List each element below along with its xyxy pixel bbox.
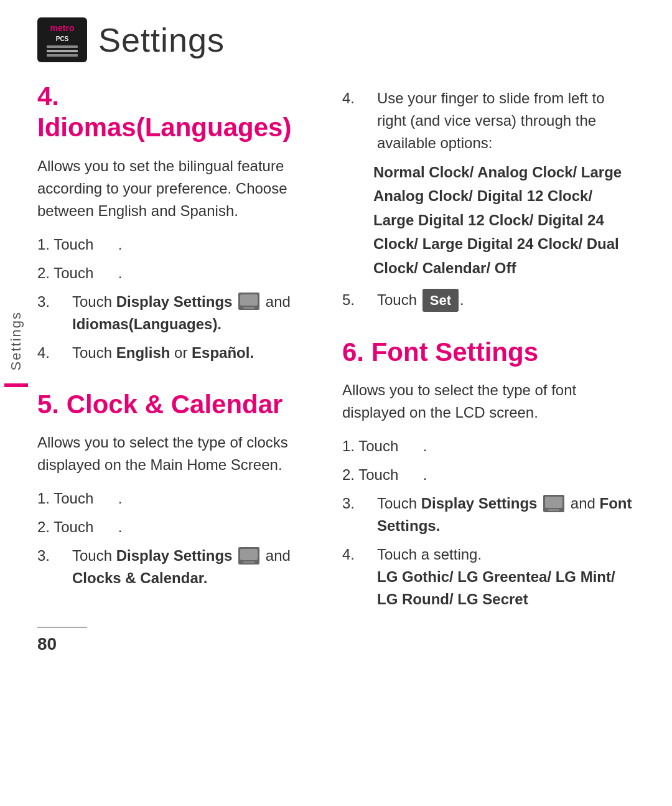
step-number: 1. Touch xyxy=(342,435,398,457)
touch-dot-2: . xyxy=(97,262,122,284)
step-number: 3. xyxy=(342,492,373,515)
main-content: 4. Idiomas(Languages) Allows you to set … xyxy=(0,68,672,679)
section-6-body: Allows you to select the type of font di… xyxy=(342,379,635,424)
sidebar-tab: Settings xyxy=(0,311,32,622)
clock-options-text: Normal Clock/ Analog Clock/ Large Analog… xyxy=(373,161,635,280)
touch-dot-3: . xyxy=(97,487,122,510)
metro-logo: metro PCS xyxy=(37,17,87,62)
section-5-heading: 5. Clock & Calendar xyxy=(37,389,305,420)
step-number: 4. xyxy=(342,87,373,110)
step-content: Touch Display Settings and Clocks & Cale… xyxy=(72,545,305,589)
idiomas-label: Idiomas(Languages). xyxy=(72,316,222,332)
section-6-step-1: 1. Touch . xyxy=(342,435,635,457)
svg-rect-4 xyxy=(240,549,258,560)
step-content: Touch Display Settings and Idiomas(Langu… xyxy=(72,291,305,335)
step-number: 1. Touch xyxy=(37,233,93,256)
step-number: 3. xyxy=(37,291,68,313)
step-number: 5. xyxy=(342,289,373,311)
step-content: Touch Display Settings and Font Settings… xyxy=(377,492,635,537)
page-number-area: 80 xyxy=(37,627,305,654)
section-4-step-4-right: 4. Use your finger to slide from left to… xyxy=(342,87,635,154)
section-4-step-5: 5. Touch Set. xyxy=(342,289,635,312)
header: metro PCS Settings xyxy=(0,0,672,68)
section-4-heading: 4. Idiomas(Languages) xyxy=(37,81,305,144)
page-number: 80 xyxy=(37,634,57,654)
svg-rect-5 xyxy=(243,561,254,563)
section-6-step-4: 4. Touch a setting. LG Gothic/ LG Greent… xyxy=(342,543,635,611)
display-settings-label-2: Display Settings xyxy=(116,547,233,564)
display-settings-icon-2 xyxy=(238,547,259,565)
step-number: 4. xyxy=(37,342,68,364)
section-4-step-1: 1. Touch . xyxy=(37,233,305,256)
display-settings-icon-3 xyxy=(543,495,564,512)
section-4-step-2: 2. Touch . xyxy=(37,262,305,284)
section-5: 5. Clock & Calendar Allows you to select… xyxy=(37,389,305,589)
section-4-continued: 4. Use your finger to slide from left to… xyxy=(342,87,635,312)
section-4-step-3: 3. Touch Display Settings and Idiomas(La… xyxy=(37,291,305,335)
display-settings-label-3: Display Settings xyxy=(421,495,538,512)
step-number: 1. Touch xyxy=(37,487,93,510)
section-6-step-3: 3. Touch Display Settings and Font Setti… xyxy=(342,492,635,537)
step-content: Touch English or Español. xyxy=(72,342,305,364)
sidebar-accent-bar xyxy=(4,383,28,387)
step-number: 4. xyxy=(342,543,373,566)
step-number: 2. Touch xyxy=(37,516,93,538)
svg-rect-7 xyxy=(545,497,562,508)
step-number: 3. xyxy=(37,545,68,567)
svg-rect-2 xyxy=(243,307,254,309)
svg-rect-8 xyxy=(548,509,559,511)
section-5-step-2: 2. Touch . xyxy=(37,516,305,538)
section-5-step-1: 1. Touch . xyxy=(37,487,305,510)
svg-rect-1 xyxy=(240,294,258,306)
display-settings-label: Display Settings xyxy=(116,293,233,310)
touch-dot-4: . xyxy=(97,516,122,538)
section-4-step-4: 4. Touch English or Español. xyxy=(37,342,305,364)
touch-dot-5: . xyxy=(402,435,427,457)
touch-dot-1: . xyxy=(97,233,122,256)
section-4: 4. Idiomas(Languages) Allows you to set … xyxy=(37,81,305,364)
section-6: 6. Font Settings Allows you to select th… xyxy=(342,337,635,611)
espanol-label: Español. xyxy=(192,344,254,361)
set-button-label: Set xyxy=(422,289,459,312)
section-5-body: Allows you to select the type of clocks … xyxy=(37,431,305,476)
left-column: 4. Idiomas(Languages) Allows you to set … xyxy=(0,81,330,679)
page-container: metro PCS Settings 4. Idiomas(Languages)… xyxy=(0,0,672,806)
section-4-body: Allows you to set the bilingual feature … xyxy=(37,155,305,222)
step-number: 2. Touch xyxy=(342,464,398,486)
touch-dot-6: . xyxy=(402,464,427,486)
sidebar-label: Settings xyxy=(8,311,24,371)
metro-logo-text: metro PCS xyxy=(47,23,78,57)
right-column: 4. Use your finger to slide from left to… xyxy=(330,81,672,679)
clock-options-list: Normal Clock/ Analog Clock/ Large Analog… xyxy=(373,161,635,280)
step-content: Touch Set. xyxy=(377,289,635,312)
section-6-heading: 6. Font Settings xyxy=(342,337,635,368)
step-number: 2. Touch xyxy=(37,262,93,284)
step-content: Touch a setting. LG Gothic/ LG Greentea/… xyxy=(377,543,635,611)
clocks-calendar-label: Clocks & Calendar. xyxy=(72,569,207,586)
english-label: English xyxy=(116,344,170,361)
page-title: Settings xyxy=(98,21,225,59)
step-content: Use your finger to slide from left to ri… xyxy=(377,87,635,154)
section-6-step-2: 2. Touch . xyxy=(342,464,635,486)
display-settings-icon xyxy=(238,293,259,310)
bottom-divider xyxy=(37,627,87,628)
font-options-text: LG Gothic/ LG Greentea/ LG Mint/ LG Roun… xyxy=(377,568,615,607)
section-5-step-3: 3. Touch Display Settings and Clocks & C… xyxy=(37,545,305,589)
